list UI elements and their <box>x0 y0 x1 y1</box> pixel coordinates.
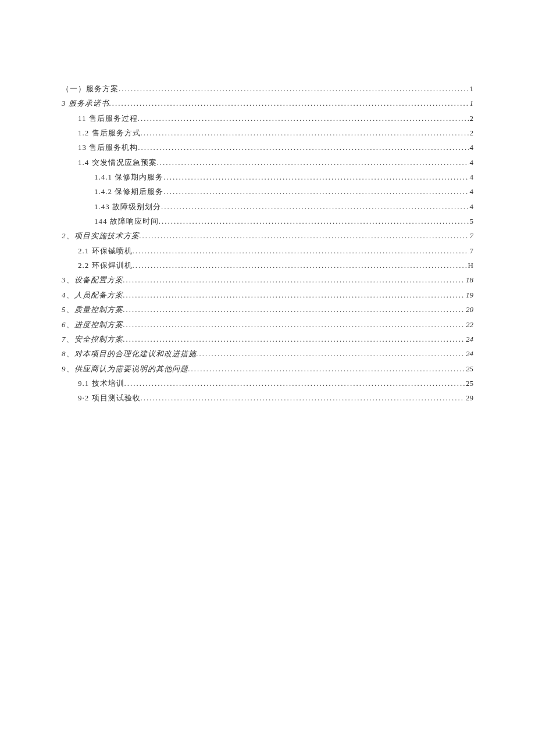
toc-leader-dots <box>197 346 465 361</box>
toc-page-number: 1 <box>469 96 474 110</box>
toc-entry: 11 售后服务过程 2 <box>62 111 473 126</box>
toc-leader-dots <box>109 96 469 110</box>
toc-page-number: 4 <box>469 184 474 199</box>
toc-entry: 9·2 项目测试验收29 <box>62 390 473 405</box>
toc-leader-dots <box>119 81 469 96</box>
toc-label: 1.43 故障级别划分 <box>94 199 161 214</box>
toc-label: 2、项目实施技术方案 <box>62 228 140 243</box>
toc-leader-dots <box>141 390 465 405</box>
toc-label: 144 故障响应时间 <box>94 214 159 228</box>
toc-leader-dots <box>157 155 469 170</box>
toc-page-number: 4 <box>469 155 474 170</box>
toc-label: 6、进度控制方案 <box>62 317 123 332</box>
toc-leader-dots <box>140 228 469 243</box>
toc-leader-dots <box>123 273 465 287</box>
toc-page-number: H <box>467 258 473 273</box>
toc-label: 2.1 环保铖喷机 <box>78 243 133 258</box>
toc-entry: 6、进度控制方案 22 <box>62 317 473 332</box>
toc-entry: 1.4.2 保修期后服务 4 <box>62 184 473 199</box>
table-of-contents: （一）服务方案13 服务承诺书 111 售后服务过程 21.2 售后服务方式21… <box>62 81 473 406</box>
toc-page-number: 2 <box>469 126 474 140</box>
toc-page-number: 24 <box>465 346 473 361</box>
toc-label: 5、质量控制方案 <box>62 302 123 317</box>
toc-label: 1.4 突发情况应急预案 <box>78 155 157 170</box>
toc-label: （一）服务方案 <box>62 81 119 96</box>
toc-entry: 9、供应商认为需要说明的其他问题 25 <box>62 361 473 376</box>
toc-leader-dots <box>123 317 465 332</box>
toc-leader-dots <box>161 199 469 214</box>
toc-entry: （一）服务方案1 <box>62 81 473 96</box>
toc-leader-dots <box>138 140 468 155</box>
toc-entry: 1.43 故障级别划分 4 <box>62 199 473 214</box>
toc-entry: 8、对本项目的合理化建议和改进措施 24 <box>62 346 473 361</box>
toc-leader-dots <box>141 126 469 140</box>
toc-label: 13 售后服务机构 <box>78 140 138 155</box>
toc-leader-dots <box>123 288 465 302</box>
toc-label: 8、对本项目的合理化建议和改进措施 <box>62 346 197 361</box>
toc-leader-dots <box>163 184 468 199</box>
toc-entry: 2.1 环保铖喷机7 <box>62 243 473 258</box>
toc-entry: 13 售后服务机构 4 <box>62 140 473 155</box>
toc-label: 3 服务承诺书 <box>62 96 109 110</box>
toc-page-number: 20 <box>465 302 473 317</box>
toc-label: 9.1 技术培训 <box>78 376 124 390</box>
toc-page-number: 25 <box>465 361 473 376</box>
toc-leader-dots <box>138 111 469 126</box>
toc-label: 9、供应商认为需要说明的其他问题 <box>62 361 188 376</box>
toc-page-number: 18 <box>465 273 473 287</box>
toc-entry: 7、安全控制方案24 <box>62 332 473 346</box>
toc-leader-dots <box>159 214 469 228</box>
toc-page-number: 7 <box>469 243 474 258</box>
toc-page-number: 2 <box>469 111 474 126</box>
toc-entry: 2、项目实施技术方案 7 <box>62 228 473 243</box>
toc-page-number: 4 <box>469 140 474 155</box>
toc-label: 1.4.2 保修期后服务 <box>94 184 163 199</box>
toc-entry: 2.2 环保焊训机H <box>62 258 473 273</box>
toc-label: 11 售后服务过程 <box>78 111 138 126</box>
toc-label: 2.2 环保焊训机 <box>78 258 133 273</box>
toc-page-number: 5 <box>469 214 474 228</box>
toc-label: 1.4.1 保修期内服务 <box>94 170 163 184</box>
toc-label: 7、安全控制方案 <box>62 332 123 346</box>
toc-page-number: 4 <box>469 199 474 214</box>
toc-leader-dots <box>163 170 468 184</box>
toc-entry: 9.1 技术培训 25 <box>62 376 473 390</box>
toc-page-number: 19 <box>465 288 473 302</box>
toc-entry: 1.4 突发情况应急预案4 <box>62 155 473 170</box>
toc-leader-dots <box>123 302 465 317</box>
toc-entry: 144 故障响应时间 5 <box>62 214 473 228</box>
toc-entry: 5、质量控制方案 20 <box>62 302 473 317</box>
toc-label: 4、人员配备方案 <box>62 288 123 302</box>
toc-page-number: 29 <box>465 390 473 405</box>
toc-leader-dots <box>133 243 469 258</box>
toc-label: 1.2 售后服务方式 <box>78 126 141 140</box>
toc-entry: 4、人员配备方案19 <box>62 288 473 302</box>
toc-entry: 1.2 售后服务方式2 <box>62 126 473 140</box>
toc-leader-dots <box>133 258 467 273</box>
toc-label: 9·2 项目测试验收 <box>78 390 141 405</box>
toc-page-number: 24 <box>465 332 473 346</box>
toc-leader-dots <box>188 361 465 376</box>
toc-entry: 1.4.1 保修期内服务 4 <box>62 170 473 184</box>
toc-page-number: 7 <box>469 228 474 243</box>
toc-entry: 3、设备配置方案 18 <box>62 273 473 287</box>
toc-page-number: 22 <box>465 317 473 332</box>
toc-page-number: 25 <box>465 376 473 390</box>
toc-page-number: 4 <box>469 170 474 184</box>
toc-entry: 3 服务承诺书 1 <box>62 96 473 110</box>
toc-page-number: 1 <box>469 81 474 96</box>
toc-label: 3、设备配置方案 <box>62 273 123 287</box>
toc-leader-dots <box>123 332 465 346</box>
toc-leader-dots <box>124 376 465 390</box>
